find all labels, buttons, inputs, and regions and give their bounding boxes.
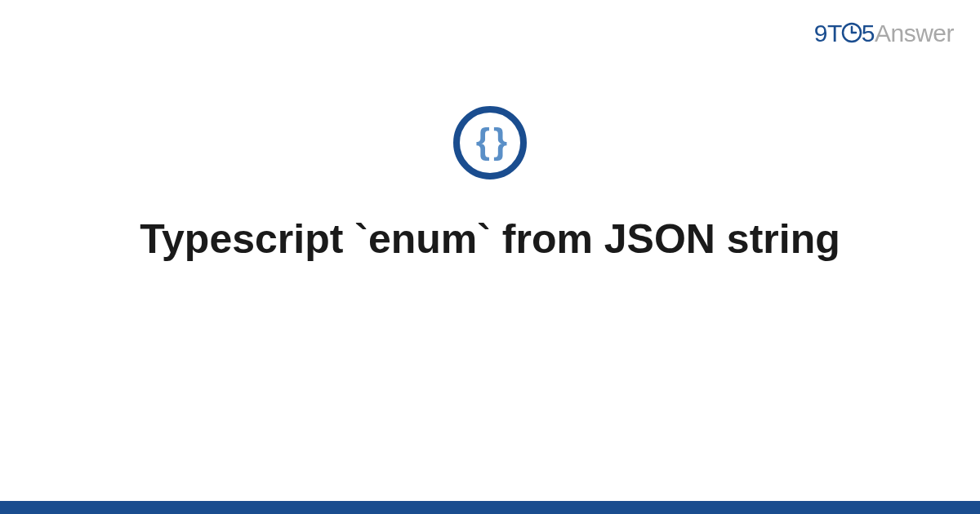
site-logo: 9T5Answer bbox=[814, 20, 954, 47]
logo-text-part3: Answer bbox=[875, 20, 954, 47]
clock-icon bbox=[841, 22, 862, 43]
logo-text-part1: 9T bbox=[814, 20, 842, 47]
bottom-accent-bar bbox=[0, 501, 980, 514]
main-content: { } Typescript `enum` from JSON string bbox=[0, 106, 980, 265]
braces-icon: { } bbox=[453, 106, 527, 179]
logo-text-part2: 5 bbox=[862, 20, 875, 47]
braces-symbol: { } bbox=[476, 123, 504, 159]
page-title: Typescript `enum` from JSON string bbox=[107, 214, 873, 265]
